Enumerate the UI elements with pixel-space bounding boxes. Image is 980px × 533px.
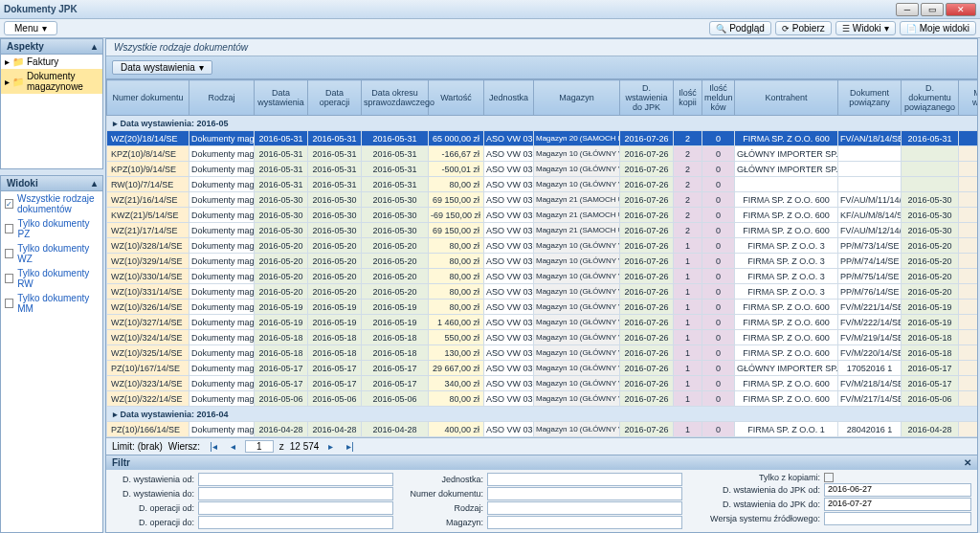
checkbox-icon[interactable]: [5, 199, 13, 209]
header-row: Numer dokumentu Rodzaj Data wystawienia …: [107, 80, 978, 116]
window-title: Dokumenty JPK: [4, 4, 896, 14]
table-row[interactable]: WZ(10)/325/14/SEDokumenty magazynowe WZ2…: [107, 345, 978, 361]
col-data-okresu[interactable]: Data okresu sprawozdawczego: [362, 80, 429, 116]
table-row[interactable]: PZ(10)/166/14/SEDokumenty magazynowe PZ2…: [107, 422, 978, 437]
close-icon[interactable]: ✕: [964, 457, 971, 468]
widok-mm[interactable]: Tylko dokumenty MM: [1, 291, 102, 316]
last-page-button[interactable]: ▸|: [343, 441, 358, 452]
views-icon: ☰: [842, 24, 850, 33]
lbl-jpk-do: D. wstawienia do JPK do:: [690, 500, 824, 509]
table-row[interactable]: WZ(21)/17/14/SEDokumenty magazynowe WZ20…: [107, 223, 978, 238]
col-wartosc[interactable]: Wartość: [429, 80, 484, 116]
col-d-dokumentu-powiazanego[interactable]: D. dokumentu powiązanego: [902, 80, 959, 116]
collapse-icon: ▴: [92, 178, 97, 189]
col-magazyn[interactable]: Magazyn: [534, 80, 620, 116]
table-row[interactable]: WZ(10)/324/14/SEDokumenty magazynowe WZ2…: [107, 330, 978, 345]
table-row[interactable]: WZ(10)/328/14/SEDokumenty magazynowe WZ2…: [107, 238, 978, 254]
inp-magazyn[interactable]: [487, 516, 682, 529]
table-row[interactable]: PZ(10)/167/14/SEDokumenty magazynowe PZ2…: [107, 361, 978, 376]
table-row[interactable]: KPZ(10)/9/14/SEDokumenty magazynowe PZ20…: [107, 162, 978, 177]
inp-numer-dokumentu[interactable]: [487, 487, 682, 500]
checkbox-icon[interactable]: [5, 224, 13, 233]
preview-icon: 🔍: [716, 24, 726, 33]
col-ilosc-kopii[interactable]: Ilość kopii: [674, 80, 702, 116]
col-dokument-powiazany[interactable]: Dokument powiązany: [838, 80, 902, 116]
current-row-input[interactable]: [245, 440, 274, 453]
table-row[interactable]: WZ(10)/323/14/SEDokumenty magazynowe WZ2…: [107, 376, 978, 391]
lbl-numer-dokumentu: Numer dokumentu:: [401, 489, 487, 499]
grid[interactable]: Numer dokumentu Rodzaj Data wystawienia …: [106, 79, 977, 437]
group-row[interactable]: ▸ Data wystawienia: 2016-05: [107, 116, 978, 131]
groupbar: Data wystawienia ▾: [106, 56, 977, 79]
inp-jpk-do[interactable]: 2016-07-27: [824, 498, 971, 511]
first-page-button[interactable]: |◂: [206, 441, 221, 452]
table-row[interactable]: WZ(10)/329/14/SEDokumenty magazynowe WZ2…: [107, 254, 978, 269]
pobierz-button[interactable]: ⟳Pobierz: [775, 21, 832, 35]
table-row[interactable]: WZ(10)/331/14/SEDokumenty magazynowe WZ2…: [107, 284, 978, 300]
inp-d-wystawienia-od[interactable]: [198, 473, 393, 486]
menu-button[interactable]: Menu ▾: [4, 21, 57, 35]
moje-widoki-button[interactable]: 📄Moje widoki: [900, 21, 976, 35]
chk-tylko-z-kopiami[interactable]: [824, 473, 834, 482]
col-data-wystawienia[interactable]: Data wystawienia: [255, 80, 308, 116]
pager: Limit: (brak) Wiersz: |◂ ◂ z 12 574 ▸ ▸|: [106, 437, 977, 455]
total-rows: 12 574: [290, 441, 320, 452]
inp-d-wystawienia-do[interactable]: [198, 487, 393, 500]
inp-wersja-systemu[interactable]: [824, 512, 971, 525]
widok-wszystkie[interactable]: Wszystkie rodzaje dokumentów: [1, 191, 102, 216]
checkbox-icon[interactable]: [5, 274, 13, 283]
next-page-button[interactable]: ▸: [324, 441, 337, 452]
of-label: z: [279, 441, 284, 452]
titlebar: Dokumenty JPK ─ ▭ ✕: [0, 0, 980, 19]
col-d-wstawienia-jpk[interactable]: D. wstawienia do JPK: [620, 80, 674, 116]
lbl-d-wystawienia-od: D. wystawienia od:: [112, 475, 198, 484]
col-jednostka[interactable]: Jednostka: [484, 80, 534, 116]
chevron-down-icon: ▾: [884, 23, 889, 33]
table-row[interactable]: KPZ(10)/8/14/SEDokumenty magazynowe PZ20…: [107, 146, 978, 162]
table-row[interactable]: RW(10)/7/14/SEDokumenty magazynowe RW201…: [107, 177, 978, 192]
table-row[interactable]: WZ(20)/18/14/SEDokumenty magazynowe WZ20…: [107, 131, 978, 146]
lbl-rodzaj: Rodzaj:: [401, 503, 487, 513]
filter-header[interactable]: Filtr ✕: [106, 455, 977, 470]
inp-jednostka[interactable]: [487, 473, 682, 486]
close-button[interactable]: ✕: [946, 3, 976, 16]
widoki-header[interactable]: Widoki ▴: [0, 175, 103, 191]
lbl-wersja-systemu: Wersja systemu źródłowego:: [690, 514, 824, 523]
table-row[interactable]: WZ(10)/330/14/SEDokumenty magazynowe WZ2…: [107, 269, 978, 284]
folder-icon: 📁: [12, 77, 24, 87]
table-row[interactable]: WZ(21)/16/14/SEDokumenty magazynowe WZ20…: [107, 192, 978, 208]
tree-item-faktury[interactable]: ▸📁Faktury: [1, 55, 102, 69]
checkbox-icon[interactable]: [5, 299, 13, 308]
col-ilosc-meldun[interactable]: Ilość meldun ków: [702, 80, 735, 116]
download-icon: ⟳: [782, 24, 790, 33]
group-chip[interactable]: Data wystawienia ▾: [112, 60, 212, 75]
expand-icon: ▸: [5, 77, 10, 87]
widok-wz[interactable]: Tylko dokumenty WZ: [1, 241, 102, 266]
inp-d-operacji-od[interactable]: [198, 501, 393, 515]
inp-jpk-od[interactable]: 2016-06-27: [824, 483, 971, 497]
table-row[interactable]: KWZ(21)/5/14/SEDokumenty magazynowe WZ20…: [107, 208, 978, 223]
widok-pz[interactable]: Tylko dokumenty PZ: [1, 216, 102, 241]
aspekty-header[interactable]: Aspekty ▴: [0, 38, 103, 55]
prev-page-button[interactable]: ◂: [227, 441, 239, 452]
widok-rw[interactable]: Tylko dokumenty RW: [1, 266, 102, 291]
inp-rodzaj[interactable]: [487, 501, 682, 515]
tree-item-magazynowe[interactable]: ▸📁Dokumenty magazynowe: [1, 69, 102, 94]
col-miejsce-wydania[interactable]: Miejsce wydania: [959, 80, 978, 116]
col-data-operacji[interactable]: Data operacji: [308, 80, 362, 116]
widoki-button[interactable]: ☰Widoki▾: [835, 21, 896, 35]
group-row[interactable]: ▸ Data wystawienia: 2016-04: [107, 407, 978, 422]
inp-d-operacji-do[interactable]: [198, 516, 393, 529]
checkbox-icon[interactable]: [5, 249, 13, 258]
table-row[interactable]: WZ(10)/327/14/SEDokumenty magazynowe WZ2…: [107, 315, 978, 330]
chevron-down-icon: ▾: [199, 62, 204, 73]
minimize-button[interactable]: ─: [896, 3, 919, 16]
col-numer-dokumentu[interactable]: Numer dokumentu: [107, 80, 189, 116]
table-row[interactable]: WZ(10)/326/14/SEDokumenty magazynowe WZ2…: [107, 300, 978, 315]
col-rodzaj[interactable]: Rodzaj: [189, 80, 255, 116]
maximize-button[interactable]: ▭: [921, 3, 944, 16]
podglad-button[interactable]: 🔍Podgląd: [709, 21, 771, 35]
wiersz-label: Wiersz:: [168, 441, 200, 452]
col-kontrahent[interactable]: Kontrahent: [735, 80, 838, 116]
table-row[interactable]: WZ(10)/322/14/SEDokumenty magazynowe WZ2…: [107, 391, 978, 407]
